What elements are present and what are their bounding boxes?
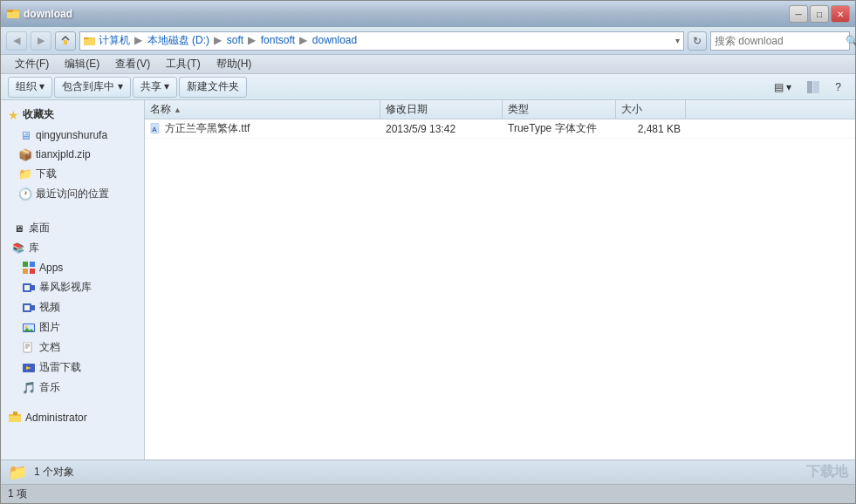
- library-button[interactable]: 包含到库中 ▾: [54, 77, 130, 98]
- address-bar[interactable]: 计算机 ▶ 本地磁盘 (D:) ▶ soft ▶ fontsoft ▶ down…: [79, 31, 684, 51]
- svg-point-20: [25, 325, 28, 328]
- sidebar-item-baofeng[interactable]: 暴风影视库: [1, 277, 144, 297]
- menu-edit[interactable]: 编辑(E): [58, 55, 106, 73]
- col-name-label: 名称: [150, 102, 171, 117]
- desktop-section: 🖥 桌面 📚 库: [1, 215, 144, 401]
- desktop-icon: 🖥: [11, 221, 25, 235]
- svg-rect-2: [7, 10, 13, 12]
- bottom-bar: 1 项: [1, 484, 855, 503]
- sidebar-item-desktop[interactable]: 🖥 桌面: [1, 218, 144, 238]
- file-type-cell: TrueType 字体文件: [503, 121, 616, 136]
- column-headers: 名称 ▲ 修改日期 类型 大小: [145, 100, 855, 119]
- sidebar-item-recent[interactable]: 🕐 最近访问的位置: [1, 184, 144, 204]
- sidebar: ★ 收藏夹 🖥 qingyunshurufa 📦 tianxjpld.zip 📁…: [1, 100, 145, 460]
- sidebar-item-images[interactable]: 图片: [1, 317, 144, 337]
- new-folder-button[interactable]: 新建文件夹: [179, 77, 247, 98]
- refresh-button[interactable]: ↻: [688, 31, 707, 51]
- svg-rect-11: [30, 269, 35, 274]
- sidebar-item-qingyun-label: qingyunshurufa: [36, 129, 107, 141]
- sidebar-item-library-label: 库: [29, 241, 39, 255]
- forward-button[interactable]: ▶: [31, 31, 51, 51]
- sidebar-item-docs-label: 文档: [39, 340, 60, 355]
- back-button[interactable]: ◀: [6, 31, 27, 51]
- col-header-size[interactable]: 大小: [616, 100, 686, 119]
- sidebar-item-admin[interactable]: Administrator: [1, 408, 144, 427]
- path-computer[interactable]: 计算机: [99, 34, 130, 46]
- sidebar-item-video-label: 视频: [39, 300, 60, 315]
- baofeng-icon: [22, 281, 36, 295]
- title-bar: download ─ □ ✕: [1, 1, 855, 27]
- table-row[interactable]: A 方正兰亭黑繁体.ttf 2013/5/9 13:42 TrueType 字体…: [145, 119, 855, 139]
- organize-button[interactable]: 组织 ▾: [8, 77, 52, 98]
- path-drive[interactable]: 本地磁盘 (D:): [147, 34, 209, 46]
- close-button[interactable]: ✕: [831, 5, 850, 23]
- search-input[interactable]: [715, 35, 846, 47]
- qingyun-icon: 🖥: [18, 128, 32, 142]
- col-type-label: 类型: [508, 102, 529, 117]
- path-fontsoft[interactable]: fontsoft: [261, 34, 295, 46]
- library-icon: 📚: [11, 242, 25, 255]
- sidebar-item-download-label: 下载: [36, 167, 57, 181]
- sidebar-item-xunlei-label: 迅雷下载: [39, 360, 81, 375]
- sidebar-item-apps-label: Apps: [39, 262, 63, 274]
- menu-tools[interactable]: 工具(T): [159, 55, 207, 73]
- library-label: 包含到库中 ▾: [62, 79, 122, 94]
- sidebar-item-video[interactable]: 视频: [1, 297, 144, 317]
- share-button[interactable]: 共享 ▾: [133, 77, 177, 98]
- download-icon: 📁: [18, 167, 32, 181]
- svg-rect-21: [24, 342, 31, 352]
- sidebar-item-tianx-label: tianxjpld.zip: [36, 148, 91, 160]
- favorites-section: ★ 收藏夹 🖥 qingyunshurufa 📦 tianxjpld.zip 📁…: [1, 100, 144, 208]
- minimize-button[interactable]: ─: [789, 5, 808, 23]
- status-folder-icon: 📁: [8, 463, 27, 482]
- col-header-date[interactable]: 修改日期: [380, 100, 503, 119]
- address-dropdown-arrow[interactable]: ▾: [675, 36, 680, 45]
- sidebar-item-apps[interactable]: Apps: [1, 258, 144, 277]
- docs-icon: [22, 341, 36, 355]
- file-size: 2,481 KB: [638, 123, 681, 135]
- window-icon: [6, 7, 20, 21]
- search-box: 🔍: [710, 31, 850, 51]
- favorites-header[interactable]: ★ 收藏夹: [1, 104, 144, 126]
- address-text: 计算机 ▶ 本地磁盘 (D:) ▶ soft ▶ fontsoft ▶ down…: [99, 33, 673, 48]
- file-date: 2013/5/9 13:42: [386, 123, 455, 135]
- sidebar-item-desktop-label: 桌面: [29, 221, 50, 235]
- svg-rect-10: [23, 269, 28, 274]
- sidebar-item-download[interactable]: 📁 下载: [1, 164, 144, 184]
- view-dropdown[interactable]: ▾: [786, 81, 791, 93]
- pane-button[interactable]: [800, 77, 826, 98]
- main-area: ★ 收藏夹 🖥 qingyunshurufa 📦 tianxjpld.zip 📁…: [1, 100, 855, 460]
- menu-bar: 文件(F) 编辑(E) 查看(V) 工具(T) 帮助(H): [1, 55, 855, 74]
- file-area: 名称 ▲ 修改日期 类型 大小: [145, 100, 855, 460]
- sidebar-item-docs[interactable]: 文档: [1, 337, 144, 358]
- svg-rect-9: [30, 262, 35, 267]
- window-controls: ─ □ ✕: [789, 5, 850, 23]
- menu-help[interactable]: 帮助(H): [209, 55, 259, 73]
- menu-view[interactable]: 查看(V): [108, 55, 157, 73]
- sidebar-item-library[interactable]: 📚 库: [1, 238, 144, 258]
- col-header-name[interactable]: 名称 ▲: [145, 100, 380, 119]
- xunlei-icon: [22, 361, 36, 375]
- svg-text:A: A: [152, 126, 157, 133]
- path-soft[interactable]: soft: [227, 34, 243, 46]
- search-icon[interactable]: 🔍: [846, 35, 856, 47]
- sidebar-item-music[interactable]: 🎵 音乐: [1, 378, 144, 398]
- sidebar-item-qingyun[interactable]: 🖥 qingyunshurufa: [1, 126, 144, 145]
- nav-bar: ◀ ▶ 计算机 ▶ 本地磁盘 (D:) ▶ soft ▶ fontsoft: [1, 27, 855, 55]
- svg-rect-14: [24, 285, 30, 290]
- view-button[interactable]: ▤ ▾: [767, 77, 798, 98]
- admin-icon: [8, 411, 22, 425]
- col-header-type[interactable]: 类型: [503, 100, 616, 119]
- view-icon: ▤: [774, 81, 784, 93]
- maximize-button[interactable]: □: [810, 5, 829, 23]
- images-icon: [22, 321, 36, 335]
- up-button[interactable]: [55, 31, 76, 51]
- sidebar-item-tianx[interactable]: 📦 tianxjpld.zip: [1, 145, 144, 164]
- help-button[interactable]: ?: [828, 77, 848, 98]
- path-download[interactable]: download: [312, 34, 357, 46]
- sidebar-item-baofeng-label: 暴风影视库: [39, 280, 92, 295]
- menu-file[interactable]: 文件(F): [8, 55, 56, 73]
- svg-rect-8: [23, 262, 28, 267]
- file-name-cell: A 方正兰亭黑繁体.ttf: [145, 121, 380, 136]
- sidebar-item-xunlei[interactable]: 迅雷下载: [1, 358, 144, 378]
